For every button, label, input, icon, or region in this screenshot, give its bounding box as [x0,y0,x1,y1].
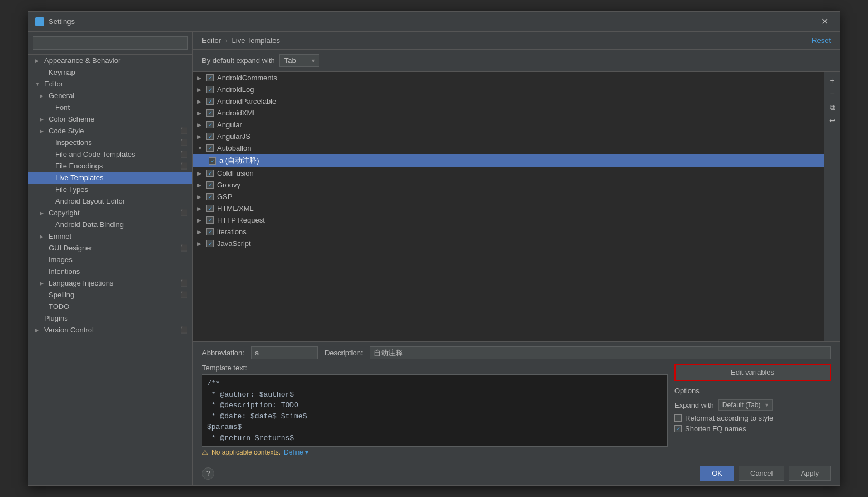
cancel-button[interactable]: Cancel [739,466,784,481]
page-icon: ⬛ [180,244,188,252]
define-link[interactable]: Define ▾ [284,448,308,456]
group-row-gsp[interactable]: ▶ GSP [193,191,824,202]
template-text-label: Template text: [202,364,668,372]
chevron-right-icon: ▶ [197,218,203,223]
sidebar-item-copyright[interactable]: ▶ Copyright ⬛ [28,207,192,219]
sidebar-item-languageinjections[interactable]: ▶ Language Injections ⬛ [28,277,192,289]
sidebar-item-fileandcode[interactable]: File and Code Templates ⬛ [28,148,192,160]
reset-button[interactable]: Reset [812,36,831,45]
chevron-right-icon: ▶ [197,194,203,200]
sidebar-label-copyright: Copyright [49,209,80,217]
template-text-col: Template text: /** * @author: $author$ *… [202,364,668,456]
group-row-androidxml[interactable]: ▶ AndroidXML [193,107,824,119]
checkbox-androidlog[interactable] [206,86,214,93]
sidebar-item-spelling[interactable]: Spelling ⬛ [28,289,192,301]
sidebar-item-inspections[interactable]: Inspections ⬛ [28,137,192,148]
group-row-javascript[interactable]: ▶ JavaScript [193,238,824,249]
checkbox-iterations[interactable] [206,228,214,235]
sidebar-item-todo[interactable]: TODO [28,301,192,312]
checkbox-autoballon[interactable] [206,144,214,152]
checkbox-javascript[interactable] [206,240,214,247]
sidebar-item-appearance[interactable]: ▶ Appearance & Behavior [28,55,192,66]
checkbox-androidcomments[interactable] [206,74,214,81]
sidebar-label-editor: Editor [44,80,63,88]
checkbox-angularjs[interactable] [206,133,214,140]
sidebar-item-general[interactable]: ▶ General [28,90,192,102]
group-row-iterations[interactable]: ▶ iterations [193,226,824,238]
sidebar-item-intentions[interactable]: Intentions [28,266,192,277]
sidebar-item-plugins[interactable]: Plugins [28,312,192,324]
breadcrumb-current: Live Templates [232,36,280,45]
dialog-footer: ? OK Cancel Apply [193,461,840,485]
checkbox-angular[interactable] [206,121,214,128]
template-list: ▶ AndroidComments ▶ AndroidLog ▶ An [193,72,824,341]
template-textarea[interactable]: /** * @author: $author$ * @description: … [202,374,668,447]
checkbox-androidparcelable[interactable] [206,98,214,105]
help-button[interactable]: ? [202,467,214,480]
copy-button[interactable]: ⧉ [826,101,838,113]
sidebar-item-codestyle[interactable]: ▶ Code Style ⬛ [28,125,192,137]
add-button[interactable]: + [826,74,838,86]
sidebar-label-appearance: Appearance & Behavior [44,56,120,65]
group-row-httprequest[interactable]: ▶ HTTP Request [193,214,824,226]
ok-button[interactable]: OK [700,466,734,481]
reformat-checkbox[interactable] [674,414,682,422]
sidebar-item-filetypes[interactable]: File Types [28,184,192,195]
group-label-autoballon: Autoballon [217,144,251,152]
abbreviation-input[interactable] [251,346,318,359]
description-input[interactable] [370,346,831,359]
chevron-down-icon: ▼ [197,146,203,151]
checkbox-htmlxml[interactable] [206,205,214,212]
group-label-coldfusion: ColdFusion [217,169,254,177]
group-row-htmlxml[interactable]: ▶ HTML/XML [193,202,824,214]
page-icon: ⬛ [180,151,188,158]
group-row-groovy[interactable]: ▶ Groovy [193,179,824,191]
chevron-right-icon: ▶ [197,241,203,247]
remove-button[interactable]: − [826,88,838,100]
sidebar-label-intentions: Intentions [49,267,80,276]
sidebar-item-fileencodings[interactable]: File Encodings ⬛ [28,160,192,172]
close-button[interactable]: ✕ [817,14,833,29]
group-row-coldfusion[interactable]: ▶ ColdFusion [193,167,824,179]
apply-button[interactable]: Apply [789,466,831,481]
edit-variables-button[interactable]: Edit variables [674,364,831,381]
group-label-groovy: Groovy [217,181,240,189]
checkbox-coldfusion[interactable] [206,170,214,177]
checkbox-androidxml[interactable] [206,109,214,117]
sidebar-item-emmet[interactable]: ▶ Emmet [28,230,192,242]
sidebar-item-keymap[interactable]: Keymap [28,66,192,78]
group-row-androidlog[interactable]: ▶ AndroidLog [193,84,824,95]
group-label-gsp: GSP [217,192,232,201]
sidebar-label-images: Images [49,255,73,264]
checkbox-httprequest[interactable] [206,216,214,224]
sidebar-label-emmet: Emmet [49,232,71,240]
group-row-angular[interactable]: ▶ Angular [193,119,824,131]
options-expand-select[interactable]: Default (Tab) Tab Enter Space [718,399,773,411]
group-row-androidparcelable[interactable]: ▶ AndroidParcelable [193,95,824,107]
group-label-androidparcelable: AndroidParcelable [217,97,276,105]
template-row-a-autoballon[interactable]: a (自动注释) [193,154,824,167]
checkbox-groovy[interactable] [206,181,214,189]
sidebar-item-versioncontrol[interactable]: ▶ Version Control ⬛ [28,324,192,336]
sidebar-item-guidesigner[interactable]: GUI Designer ⬛ [28,242,192,254]
checkbox-a-autoballon[interactable] [209,157,216,165]
group-row-androidcomments[interactable]: ▶ AndroidComments [193,72,824,84]
sidebar-label-androidlayout: Android Layout Editor [55,197,125,205]
sidebar-item-colorscheme[interactable]: ▶ Color Scheme [28,113,192,125]
sidebar-item-androidlayout[interactable]: Android Layout Editor [28,195,192,207]
shorten-checkbox[interactable] [674,425,682,432]
sidebar-item-livetemplates[interactable]: Live Templates [28,172,192,184]
dialog-body: ▶ Appearance & Behavior Keymap ▼ Editor … [28,32,840,485]
sidebar-item-androiddatabinding[interactable]: Android Data Binding [28,219,192,230]
group-row-angularjs[interactable]: ▶ AngularJS [193,131,824,142]
sidebar-item-editor[interactable]: ▼ Editor [28,78,192,90]
search-input[interactable] [33,36,188,50]
sidebar-item-font[interactable]: Font [28,102,192,113]
page-icon: ⬛ [180,326,188,334]
restore-button[interactable]: ↩ [826,114,838,127]
checkbox-gsp[interactable] [206,193,214,200]
sidebar-label-fileandcode: File and Code Templates [55,150,136,158]
sidebar-item-images[interactable]: Images [28,254,192,266]
expand-select[interactable]: Tab Enter Space [279,54,319,67]
group-row-autoballon[interactable]: ▼ Autoballon [193,142,824,154]
